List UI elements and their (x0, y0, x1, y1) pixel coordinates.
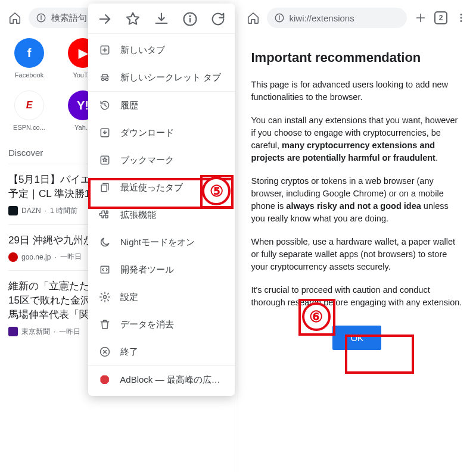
tile-espn[interactable]: E ESPN.co... (8, 90, 50, 131)
home-icon[interactable] (7, 10, 23, 26)
svg-point-5 (189, 16, 190, 17)
menu-new-tab[interactable]: 新しいタブ (88, 36, 235, 64)
menu-item-label: 新しいシークレット タブ (120, 72, 221, 83)
news-source: goo.ne.jp (21, 253, 51, 261)
menu-devtools[interactable]: 開発者ツール (88, 256, 235, 283)
menu-item-label: 最近使ったタブ (120, 182, 183, 193)
gear-icon (99, 291, 111, 303)
svg-point-16 (104, 296, 107, 299)
download-icon (99, 127, 111, 139)
info-icon (274, 12, 285, 23)
paragraph: Storing cryptos or tokens in a web brows… (251, 175, 463, 225)
bookmark-icon (99, 154, 111, 166)
ok-button[interactable]: OK (332, 326, 381, 350)
svg-point-2 (41, 16, 42, 17)
tile-label: Facebook (8, 71, 50, 79)
recent-tabs-icon (99, 182, 111, 193)
source-icon (8, 327, 18, 336)
plus-square-icon (99, 44, 111, 56)
new-tab-button[interactable] (413, 10, 428, 26)
menu-item-label: 終了 (120, 346, 138, 358)
news-source: DAZN (21, 207, 41, 215)
menu-item-label: Nightモードをオン (120, 237, 195, 248)
svg-point-24 (461, 14, 462, 15)
adblock-icon (99, 374, 110, 386)
extensions-warning-page: Important recommendation This page is fo… (238, 32, 477, 362)
forward-icon[interactable] (97, 11, 113, 27)
star-icon[interactable] (125, 11, 141, 27)
paragraph: You can install any extensions that you … (251, 114, 463, 164)
facebook-icon: f (14, 38, 44, 68)
menu-history[interactable]: 履歴 (88, 91, 235, 119)
svg-point-26 (461, 20, 462, 22)
home-icon[interactable] (245, 10, 261, 26)
menu-item-label: 履歴 (120, 100, 138, 111)
address-text: 検索語句 (51, 12, 87, 24)
menu-settings[interactable]: 設定 (88, 283, 235, 311)
trash-icon (99, 318, 111, 330)
menu-new-incognito-tab[interactable]: 新しいシークレット タブ (88, 64, 235, 91)
callout-6-number: ⑥ (302, 302, 331, 331)
news-time: 一昨日 (60, 252, 82, 262)
download-icon[interactable] (153, 11, 170, 27)
info-icon (36, 12, 46, 23)
menu-clear-data[interactable]: データを消去 (88, 311, 235, 338)
news-time: 1 時間前 (50, 206, 77, 216)
tile-label: ESPN.co... (8, 124, 50, 131)
tab-count[interactable]: 2 (434, 11, 447, 24)
news-time: 一昨日 (59, 327, 80, 337)
menu-item-label: 拡張機能 (120, 210, 156, 221)
tile-facebook[interactable]: f Facebook (8, 38, 50, 79)
espn-icon: E (14, 90, 44, 120)
overflow-menu-icon[interactable] (453, 10, 469, 26)
incognito-icon (99, 71, 111, 83)
address-bar[interactable]: kiwi://extensions (267, 8, 407, 28)
menu-downloads[interactable]: ダウンロード (88, 119, 235, 146)
paragraph: When possible, use a hardware wallet, a … (251, 236, 463, 273)
reload-icon[interactable] (210, 11, 226, 27)
menu-item-label: データを消去 (120, 319, 174, 330)
menu-bookmarks[interactable]: ブックマーク (88, 146, 235, 174)
svg-marker-18 (100, 376, 108, 384)
info-icon[interactable] (182, 11, 198, 27)
puzzle-icon (99, 209, 111, 221)
news-source: 東京新聞 (21, 327, 50, 337)
paragraph: It's crucial to proceed with caution and… (251, 284, 463, 309)
history-icon (99, 99, 111, 111)
close-circle-icon (99, 346, 111, 358)
menu-adblock[interactable]: AdBlock — 最高峰の広告... (88, 365, 235, 393)
callout-5-number: ⑤ (202, 177, 231, 205)
svg-point-25 (461, 17, 462, 19)
menu-night-mode[interactable]: Nightモードをオン (88, 229, 235, 256)
menu-extensions[interactable]: 拡張機能 (88, 201, 235, 229)
browser-toolbar-right: kiwi://extensions 2 (238, 0, 477, 32)
menu-item-label: AdBlock — 最高峰の広告... (120, 374, 224, 386)
svg-point-21 (279, 16, 279, 17)
menu-item-label: ダウンロード (120, 127, 174, 139)
page-title: Important recommendation (251, 50, 463, 65)
devtools-icon (99, 264, 111, 276)
moon-icon (99, 236, 111, 248)
address-text: kiwi://extensions (290, 13, 354, 23)
menu-item-label: 新しいタブ (120, 45, 165, 56)
menu-exit[interactable]: 終了 (88, 338, 235, 365)
menu-item-label: 設定 (120, 292, 138, 303)
menu-item-label: ブックマーク (120, 155, 174, 166)
svg-rect-14 (101, 185, 107, 192)
source-icon (8, 252, 18, 262)
menu-item-label: 開発者ツール (120, 264, 174, 276)
source-icon (8, 206, 18, 215)
paragraph: This page is for advanced users looking … (251, 79, 463, 104)
